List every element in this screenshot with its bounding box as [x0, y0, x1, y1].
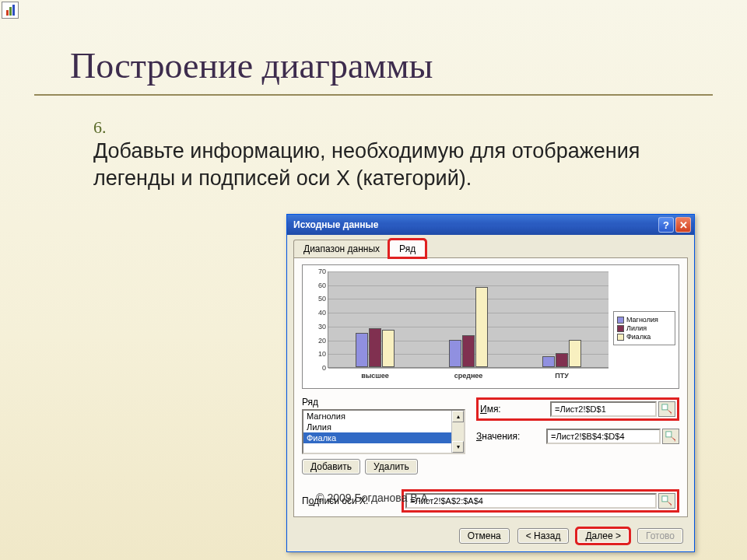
series-listbox[interactable]: МагнолияЛилияФиалка ▴ ▾ — [302, 409, 465, 454]
tab-strip: Диапазон данных Ряд — [287, 235, 694, 257]
dialog-button-row: Отмена < Назад Далее > Готово — [287, 523, 694, 551]
back-button[interactable]: < Назад — [517, 528, 570, 544]
svg-rect-1 — [666, 432, 672, 437]
tab-body: 010203040506070 высшеесреднееПТУ Магноли… — [293, 257, 688, 517]
svg-rect-0 — [662, 404, 668, 410]
dialog-titlebar[interactable]: Исходные данные ? ✕ — [287, 215, 694, 235]
content-block: 6. Добавьте информацию, необходимую для … — [93, 117, 700, 192]
chart-preview: 010203040506070 высшеесреднееПТУ Магноли… — [302, 264, 679, 389]
range-picker-icon[interactable] — [662, 429, 679, 444]
next-button[interactable]: Далее > — [577, 528, 630, 544]
list-text: Добавьте информацию, необходимую для ото… — [93, 138, 669, 192]
copyright: © 2009 Богданова В.А. — [0, 492, 747, 504]
name-row-highlight: Имя: =Лист2!$D$1 — [476, 397, 679, 421]
legend: МагнолияЛилияФиалка — [613, 311, 675, 345]
range-picker-icon[interactable] — [658, 401, 675, 417]
y-axis: 010203040506070 — [309, 271, 328, 385]
series-list-label: Ряд — [302, 397, 372, 408]
values-input[interactable]: =Лист2!$B$4:$D$4 — [546, 429, 661, 444]
page-title: Построение диаграммы — [70, 45, 747, 86]
name-input[interactable]: =Лист2!$D$1 — [550, 401, 657, 417]
list-number: 6. — [93, 117, 128, 138]
tab-series[interactable]: Ряд — [389, 240, 426, 257]
remove-series-button[interactable]: Удалить — [365, 459, 418, 474]
chart-app-icon — [2, 2, 19, 19]
title-rule — [34, 94, 713, 96]
close-button[interactable]: ✕ — [675, 217, 691, 233]
dialog-title: Исходные данные — [293, 219, 379, 230]
plot-area: высшеесреднееПТУ — [328, 271, 608, 368]
tab-data-range[interactable]: Диапазон данных — [293, 240, 390, 257]
name-label: Имя: — [480, 404, 550, 415]
help-button[interactable]: ? — [658, 217, 674, 233]
scrollbar[interactable]: ▴ ▾ — [451, 411, 464, 453]
finish-button[interactable]: Готово — [637, 528, 683, 544]
scroll-up-icon[interactable]: ▴ — [452, 411, 464, 422]
cancel-button[interactable]: Отмена — [459, 528, 510, 544]
add-series-button[interactable]: Добавить — [302, 459, 360, 474]
scroll-down-icon[interactable]: ▾ — [452, 441, 464, 453]
values-label: Значения: — [476, 431, 546, 442]
